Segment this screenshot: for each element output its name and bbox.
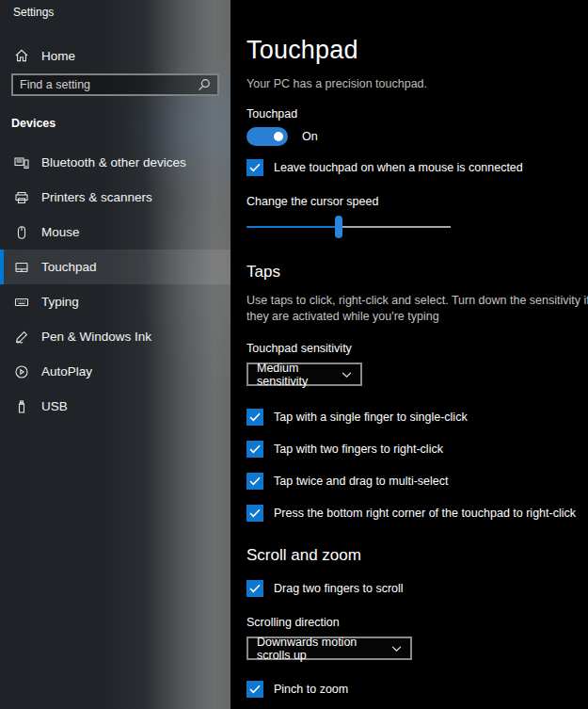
- page-subtitle: Your PC has a precision touchpad.: [246, 77, 580, 90]
- sidebar-item-label: Mouse: [41, 225, 80, 239]
- taps-checkbox-group: Tap with a single finger to single-click…: [246, 409, 580, 522]
- sidebar-item-label: Typing: [41, 295, 79, 309]
- tap-twice-drag-checkbox[interactable]: [246, 473, 263, 490]
- sidebar-item-printers[interactable]: Printers & scanners: [0, 180, 230, 215]
- scrolling-direction-dropdown[interactable]: Downwards motion scrolls up: [246, 636, 412, 660]
- toggle-knob: [274, 132, 283, 141]
- sidebar-item-home[interactable]: Home: [0, 41, 230, 70]
- chevron-down-icon: [342, 368, 352, 381]
- press-corner-label: Press the bottom right corner of the tou…: [274, 507, 576, 520]
- sidebar-item-touchpad[interactable]: Touchpad: [0, 250, 230, 284]
- cursor-speed-fill: [246, 226, 339, 228]
- sidebar-item-mouse[interactable]: Mouse: [0, 215, 230, 250]
- chevron-down-icon: [391, 642, 402, 655]
- sidebar-item-label: Printers & scanners: [41, 190, 152, 204]
- press-corner-checkbox[interactable]: [246, 505, 263, 522]
- sidebar-item-label: USB: [41, 399, 68, 413]
- sidebar-item-label: Touchpad: [41, 260, 97, 274]
- tap-twice-drag-label: Tap twice and drag to multi-select: [274, 475, 449, 488]
- sidebar-item-usb[interactable]: USB: [0, 389, 230, 424]
- settings-window: Settings Home Devices Bluetooth & other …: [0, 0, 588, 709]
- autoplay-icon: [13, 363, 29, 379]
- touchpad-icon: [13, 259, 29, 275]
- page-title: Touchpad: [246, 36, 580, 64]
- pinch-to-zoom-checkbox[interactable]: [246, 681, 263, 698]
- app-title: Settings: [0, 0, 230, 19]
- scroll-zoom-heading: Scroll and zoom: [246, 546, 580, 565]
- sidebar-item-label: Pen & Windows Ink: [41, 330, 151, 344]
- bluetooth-devices-icon: [13, 154, 29, 170]
- drag-two-fingers-label: Drag two fingers to scroll: [274, 582, 404, 595]
- taps-description: Use taps to click, right-click and selec…: [246, 293, 588, 325]
- scrolling-direction-value: Downwards motion scrolls up: [257, 636, 391, 662]
- sidebar-nav: Bluetooth & other devices Printers & sca…: [0, 145, 230, 424]
- pen-icon: [13, 329, 29, 345]
- sidebar-item-bluetooth[interactable]: Bluetooth & other devices: [0, 145, 230, 180]
- main-panel: Touchpad Your PC has a precision touchpa…: [230, 0, 588, 709]
- cursor-speed-thumb[interactable]: [335, 216, 342, 238]
- tap-single-finger-checkbox[interactable]: [246, 409, 263, 426]
- home-icon: [13, 48, 29, 64]
- usb-icon: [13, 398, 29, 414]
- scrolling-direction-label: Scrolling direction: [246, 616, 580, 629]
- cursor-speed-slider[interactable]: [246, 216, 451, 238]
- printer-icon: [13, 189, 29, 205]
- sidebar-item-autoplay[interactable]: AutoPlay: [0, 354, 230, 389]
- mouse-icon: [13, 224, 29, 240]
- leave-on-checkbox-label: Leave touchpad on when a mouse is connec…: [274, 161, 523, 174]
- search-input[interactable]: [20, 78, 198, 91]
- sidebar-section-devices: Devices: [11, 117, 230, 130]
- search-box[interactable]: [11, 73, 219, 96]
- sidebar-item-label: Bluetooth & other devices: [41, 155, 186, 169]
- sensitivity-dropdown[interactable]: Medium sensitivity: [246, 363, 362, 386]
- touchpad-toggle-label: Touchpad: [246, 107, 580, 121]
- tap-two-fingers-checkbox[interactable]: [246, 441, 263, 458]
- sensitivity-dropdown-value: Medium sensitivity: [257, 362, 342, 388]
- pinch-to-zoom-label: Pinch to zoom: [274, 683, 348, 696]
- sidebar-item-typing[interactable]: Typing: [0, 284, 230, 319]
- taps-heading: Taps: [246, 263, 580, 282]
- touchpad-toggle[interactable]: [246, 127, 288, 146]
- leave-on-checkbox[interactable]: [246, 159, 263, 176]
- sensitivity-label: Touchpad sensitivity: [246, 342, 580, 355]
- drag-two-fingers-checkbox[interactable]: [246, 580, 263, 597]
- typing-icon: [13, 294, 29, 310]
- sidebar: Settings Home Devices Bluetooth & other …: [0, 0, 230, 709]
- cursor-speed-label: Change the cursor speed: [246, 195, 580, 208]
- sidebar-item-label: Home: [41, 49, 75, 63]
- toggle-state-label: On: [302, 130, 318, 143]
- sidebar-item-label: AutoPlay: [41, 364, 92, 379]
- sidebar-item-pen[interactable]: Pen & Windows Ink: [0, 319, 230, 354]
- search-icon: [198, 78, 211, 91]
- tap-single-finger-label: Tap with a single finger to single-click: [274, 411, 468, 424]
- tap-two-fingers-label: Tap with two fingers to right-click: [274, 443, 443, 456]
